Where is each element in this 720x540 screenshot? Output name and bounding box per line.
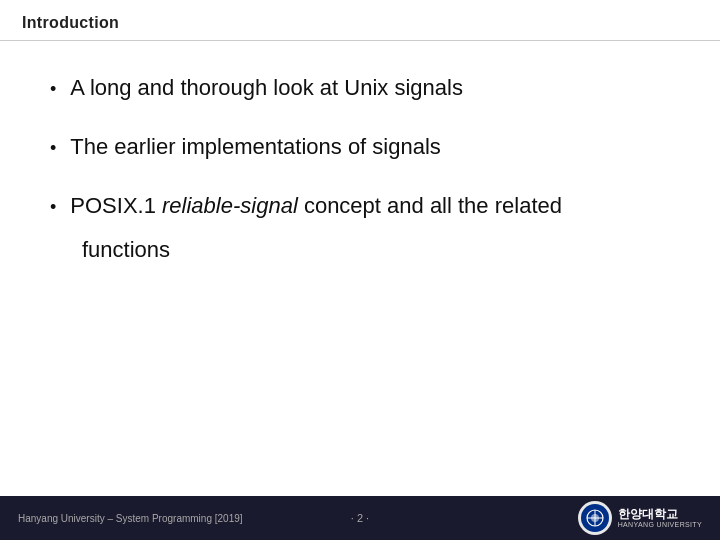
logo-english-text: HANYANG UNIVERSITY [618,521,702,529]
bullet-item-3: • POSIX.1 reliable-signal concept and al… [50,191,670,222]
slide-container: Introduction • A long and thorough look … [0,0,720,540]
bullet-text-3-after: concept and all the related [298,193,562,218]
footer-logo: 한양대학교 HANYANG UNIVERSITY [578,501,702,535]
bullet-dot-2: • [50,136,56,161]
bullet-continuation-3: functions [82,235,670,266]
footer: Hanyang University – System Programming … [0,496,720,540]
bullet-dot-1: • [50,77,56,102]
bullet-text-3: POSIX.1 reliable-signal concept and all … [70,191,562,222]
bullet-dot-3: • [50,195,56,220]
footer-left-text: Hanyang University – System Programming … [18,513,243,524]
bullet-text-2: The earlier implementations of signals [70,132,441,163]
bullet-text-3-before: POSIX.1 [70,193,162,218]
logo-circle [578,501,612,535]
slide-title: Introduction [22,14,119,31]
logo-hangul-text: 한양대학교 [618,508,678,521]
logo-text-block: 한양대학교 HANYANG UNIVERSITY [618,508,702,529]
logo-inner [581,504,609,532]
bullet-item-2: • The earlier implementations of signals [50,132,670,163]
header-section: Introduction [0,0,720,41]
bullet-text-3-italic: reliable-signal [162,193,298,218]
bullet-item-1: • A long and thorough look at Unix signa… [50,73,670,104]
content-area: • A long and thorough look at Unix signa… [0,41,720,540]
bullet-text-1: A long and thorough look at Unix signals [70,73,463,104]
logo-emblem-icon [585,508,605,528]
footer-page-number: · 2 · [351,512,369,524]
